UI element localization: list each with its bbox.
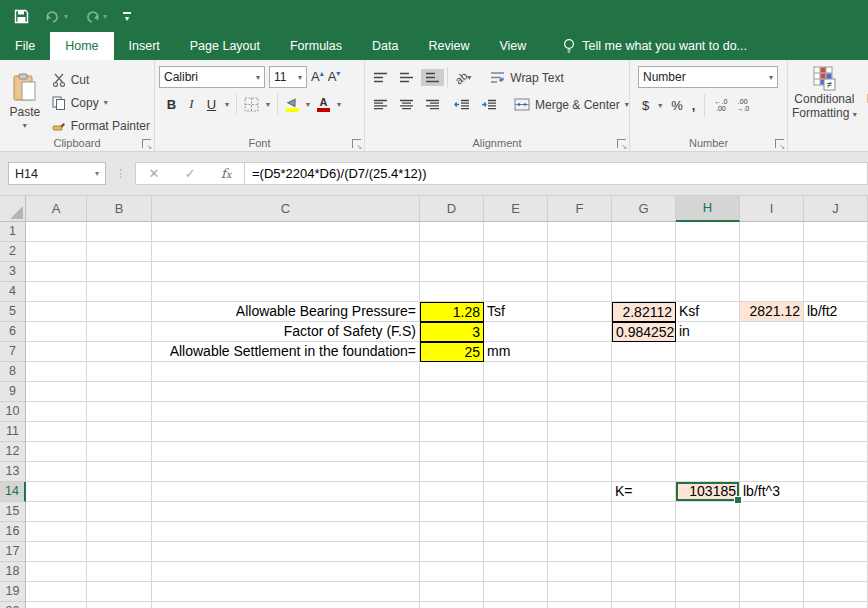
cell-A13[interactable] (26, 462, 87, 482)
name-box[interactable]: H14 ▾ (8, 162, 106, 185)
cell-C4[interactable] (152, 282, 420, 302)
cell-I10[interactable] (740, 402, 804, 422)
tab-formulas[interactable]: Formulas (275, 32, 357, 60)
decrease-decimal-button[interactable]: .00→.0 (736, 98, 749, 112)
number-dialog-launcher-icon[interactable] (775, 139, 784, 148)
comma-style-button[interactable]: , (692, 98, 696, 113)
cell-B9[interactable] (87, 382, 152, 402)
cell-B1[interactable] (87, 222, 152, 242)
cell-B5[interactable] (87, 302, 152, 322)
cell-E15[interactable] (484, 502, 548, 522)
cell-G16[interactable] (612, 522, 676, 542)
column-header-F[interactable]: F (548, 196, 612, 222)
font-size-select[interactable]: 11▾ (269, 66, 307, 88)
tab-home[interactable]: Home (50, 32, 113, 60)
conditional-formatting-button[interactable]: ≠ Conditional Formatting ▾ (792, 64, 857, 135)
cell-G19[interactable] (612, 582, 676, 602)
tell-me-box[interactable]: Tell me what you want to do... (551, 32, 759, 60)
row-header-11[interactable]: 11 (0, 422, 26, 442)
cell-D16[interactable] (420, 522, 484, 542)
cell-E18[interactable] (484, 562, 548, 582)
row-header-1[interactable]: 1 (0, 222, 26, 242)
decrease-font-size-button[interactable]: A▾ (328, 69, 341, 84)
cell-E4[interactable] (484, 282, 548, 302)
cell-H12[interactable] (676, 442, 740, 462)
merge-center-dropdown-icon[interactable]: ▾ (625, 100, 629, 109)
borders-dropdown-icon[interactable]: ▾ (266, 100, 270, 109)
font-color-dropdown-icon[interactable]: ▾ (337, 100, 341, 109)
cell-F10[interactable] (548, 402, 612, 422)
cell-F17[interactable] (548, 542, 612, 562)
insert-function-icon[interactable]: fx (221, 166, 231, 181)
cell-A19[interactable] (26, 582, 87, 602)
cell-G4[interactable] (612, 282, 676, 302)
name-box-dropdown-icon[interactable]: ▾ (95, 169, 99, 178)
cell-H5[interactable]: Ksf (676, 302, 740, 322)
cell-D19[interactable] (420, 582, 484, 602)
row-header-2[interactable]: 2 (0, 242, 26, 262)
cell-J2[interactable] (804, 242, 868, 262)
cell-I9[interactable] (740, 382, 804, 402)
cell-H17[interactable] (676, 542, 740, 562)
formula-input[interactable]: =(D5*2204*D6)/(D7/(25.4*12)) (245, 162, 868, 185)
undo-icon[interactable]: ▾ (45, 10, 68, 23)
cell-C19[interactable] (152, 582, 420, 602)
cell-F13[interactable] (548, 462, 612, 482)
cell-H2[interactable] (676, 242, 740, 262)
cell-D4[interactable] (420, 282, 484, 302)
increase-font-size-button[interactable]: A▴ (311, 69, 324, 84)
row-header-7[interactable]: 7 (0, 342, 26, 362)
cell-H11[interactable] (676, 422, 740, 442)
cell-D1[interactable] (420, 222, 484, 242)
cell-I3[interactable] (740, 262, 804, 282)
row-header-6[interactable]: 6 (0, 322, 26, 342)
cell-D20[interactable] (420, 602, 484, 608)
cell-C14[interactable] (152, 482, 420, 502)
cell-I18[interactable] (740, 562, 804, 582)
cell-I14[interactable]: lb/ft^3 (740, 482, 804, 502)
cell-D5[interactable]: 1.28 (420, 302, 484, 322)
cell-D10[interactable] (420, 402, 484, 422)
currency-button[interactable]: $ (642, 98, 649, 113)
cell-G2[interactable] (612, 242, 676, 262)
cell-J19[interactable] (804, 582, 868, 602)
cell-J20[interactable] (804, 602, 868, 608)
row-header-8[interactable]: 8 (0, 362, 26, 382)
cell-J18[interactable] (804, 562, 868, 582)
currency-dropdown-icon[interactable]: ▾ (658, 101, 662, 110)
cell-J9[interactable] (804, 382, 868, 402)
cell-J3[interactable] (804, 262, 868, 282)
merge-center-button[interactable]: Merge & Center ▾ (514, 98, 629, 112)
cell-G10[interactable] (612, 402, 676, 422)
cell-B13[interactable] (87, 462, 152, 482)
tab-view[interactable]: View (484, 32, 541, 60)
align-center-button[interactable] (395, 96, 418, 113)
cell-F20[interactable] (548, 602, 612, 608)
cell-C12[interactable] (152, 442, 420, 462)
cell-D11[interactable] (420, 422, 484, 442)
cell-I15[interactable] (740, 502, 804, 522)
cell-A1[interactable] (26, 222, 87, 242)
customize-quick-access-icon[interactable]: ▾ (123, 12, 131, 21)
cell-B20[interactable] (87, 602, 152, 608)
cell-H10[interactable] (676, 402, 740, 422)
clipboard-dialog-launcher-icon[interactable] (142, 139, 151, 148)
cell-B2[interactable] (87, 242, 152, 262)
cell-J5[interactable]: lb/ft2 (804, 302, 868, 322)
cell-C18[interactable] (152, 562, 420, 582)
tab-insert[interactable]: Insert (114, 32, 175, 60)
cell-F16[interactable] (548, 522, 612, 542)
cell-F12[interactable] (548, 442, 612, 462)
cell-A2[interactable] (26, 242, 87, 262)
cell-G8[interactable] (612, 362, 676, 382)
cell-B12[interactable] (87, 442, 152, 462)
bold-button[interactable]: B (165, 97, 178, 112)
cell-F11[interactable] (548, 422, 612, 442)
save-icon[interactable] (14, 9, 29, 24)
cell-B10[interactable] (87, 402, 152, 422)
row-header-3[interactable]: 3 (0, 262, 26, 282)
cell-D17[interactable] (420, 542, 484, 562)
underline-dropdown-icon[interactable]: ▾ (225, 100, 229, 109)
cell-G6[interactable]: 0.984252 (612, 322, 676, 342)
cell-C1[interactable] (152, 222, 420, 242)
